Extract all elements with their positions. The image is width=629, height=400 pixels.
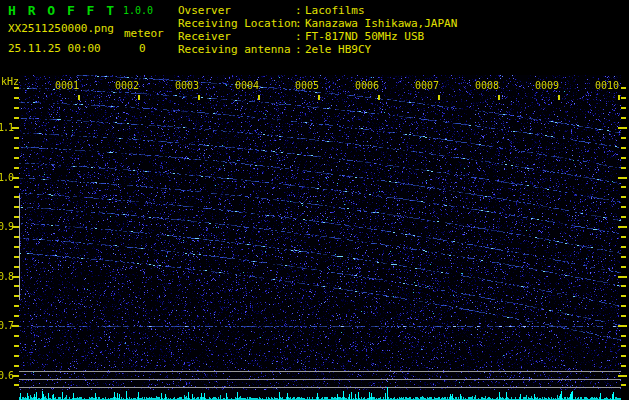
y-minor-tick-left (14, 196, 19, 198)
y-minor-tick-right (621, 246, 626, 248)
station-info-colon: : (295, 30, 305, 43)
y-minor-tick-right (621, 216, 626, 218)
station-info-value: Kanazawa Ishikawa,JAPAN (305, 17, 457, 30)
y-minor-tick-left (14, 87, 19, 89)
station-info-colon: : (295, 43, 305, 56)
y-minor-tick-left (14, 305, 19, 307)
y-minor-tick-right (621, 295, 626, 297)
y-minor-tick-left (14, 256, 19, 258)
y-minor-tick-left (14, 266, 19, 268)
y-major-tick-left (12, 325, 19, 327)
y-minor-tick-left (14, 335, 19, 337)
y-minor-tick-right (621, 355, 626, 357)
station-info-colon: : (295, 17, 305, 30)
y-minor-tick-left (14, 315, 19, 317)
y-minor-tick-left (14, 117, 19, 119)
station-info-value: Lacofilms (305, 4, 365, 17)
station-info-label: Ovserver (178, 4, 295, 17)
y-major-tick-left (12, 276, 19, 278)
y-minor-tick-right (621, 157, 626, 159)
app-title: H R O F F T (8, 3, 116, 18)
x-tick-label: 0001 (55, 81, 79, 91)
y-major-tick-left (12, 375, 19, 377)
station-info-label: Receiving Location (178, 17, 295, 30)
x-tick-label: 0007 (415, 81, 439, 91)
y-minor-tick-left (14, 295, 19, 297)
y-minor-tick-left (14, 236, 19, 238)
y-minor-tick-right (621, 117, 626, 119)
y-minor-tick-left (14, 157, 19, 159)
station-info-row: Ovserver:Lacofilms (178, 4, 457, 17)
y-minor-tick-right (621, 167, 626, 169)
station-info-value: FT-817ND 50MHz USB (305, 30, 424, 43)
hrofft-window: H R O F F T 1.0.0 XX2511250000.png meteo… (0, 0, 629, 400)
y-tick-label: 0.8 (0, 272, 13, 282)
y-tick-label: 1.0 (0, 173, 13, 183)
x-tick-label: 0002 (115, 81, 139, 91)
mode-label: meteor (124, 28, 164, 40)
y-axis-unit-label: kHz (1, 76, 19, 87)
y-minor-tick-left (14, 246, 19, 248)
x-tick (618, 95, 620, 100)
y-minor-tick-left (14, 216, 19, 218)
y-minor-tick-left (14, 365, 19, 367)
station-info-label: Receiver (178, 30, 295, 43)
x-tick (378, 95, 380, 100)
y-major-tick-left (12, 226, 19, 228)
y-minor-tick-left (14, 285, 19, 287)
y-minor-tick-left (14, 167, 19, 169)
station-info-row: Receiver:FT-817ND 50MHz USB (178, 30, 457, 43)
x-tick-label: 0010 (595, 81, 619, 91)
y-major-tick-left (12, 177, 19, 179)
y-minor-tick-right (621, 365, 626, 367)
x-tick (558, 95, 560, 100)
x-tick (78, 95, 80, 100)
y-major-tick-right (618, 375, 627, 377)
y-minor-tick-left (14, 97, 19, 99)
y-minor-tick-left (14, 186, 19, 188)
y-minor-tick-right (621, 107, 626, 109)
x-tick-label: 0005 (295, 81, 319, 91)
station-info-row: Receiving antenna:2ele HB9CY (178, 43, 457, 56)
x-tick-label: 0004 (235, 81, 259, 91)
station-info-row: Receiving Location:Kanazawa Ishikawa,JAP… (178, 17, 457, 30)
station-info-label: Receiving antenna (178, 43, 295, 56)
timestamp: 25.11.25 00:00 (8, 43, 101, 55)
y-minor-tick-right (621, 186, 626, 188)
spectrogram-canvas (19, 75, 621, 400)
y-minor-tick-right (621, 147, 626, 149)
x-tick (498, 95, 500, 100)
y-minor-tick-left (14, 355, 19, 357)
y-minor-tick-right (621, 266, 626, 268)
y-minor-tick-right (621, 256, 626, 258)
y-major-tick-right (618, 226, 627, 228)
x-tick (438, 95, 440, 100)
y-minor-tick-left (14, 137, 19, 139)
x-tick (138, 95, 140, 100)
x-tick (198, 95, 200, 100)
y-minor-tick-right (621, 196, 626, 198)
y-minor-tick-left (14, 147, 19, 149)
y-major-tick-left (12, 127, 19, 129)
y-minor-tick-right (621, 206, 626, 208)
app-version: 1.0.0 (123, 5, 153, 16)
y-minor-tick-right (621, 87, 626, 89)
x-tick-label: 0008 (475, 81, 499, 91)
y-minor-tick-right (621, 97, 626, 99)
station-info-block: Ovserver:LacofilmsReceiving Location:Kan… (178, 4, 457, 56)
y-minor-tick-right (621, 305, 626, 307)
y-minor-tick-right (621, 137, 626, 139)
output-filename: XX2511250000.png (8, 23, 114, 35)
meteor-count: 0 (139, 43, 146, 55)
y-minor-tick-left (14, 384, 19, 386)
y-major-tick-right (618, 127, 627, 129)
y-minor-tick-left (14, 107, 19, 109)
x-tick-label: 0003 (175, 81, 199, 91)
y-minor-tick-left (14, 345, 19, 347)
y-minor-tick-right (621, 335, 626, 337)
y-tick-label: 0.7 (0, 321, 13, 331)
station-info-value: 2ele HB9CY (305, 43, 371, 56)
x-tick-label: 0006 (355, 81, 379, 91)
station-info-colon: : (295, 4, 305, 17)
y-minor-tick-right (621, 236, 626, 238)
